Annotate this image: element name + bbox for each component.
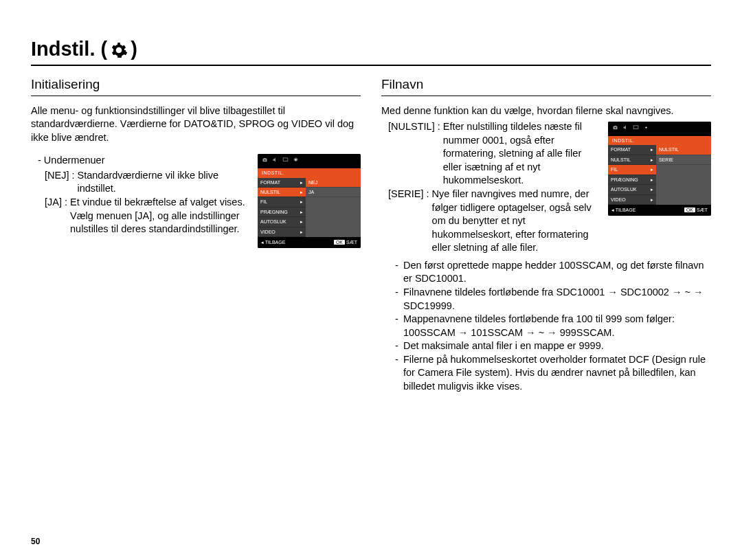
lcd-right-opts: NULSTIL SERIE: [656, 145, 711, 205]
lcd-menu-item: FORMAT▸: [608, 145, 656, 155]
gear-tab-icon: [643, 124, 649, 133]
lcd-ok: OKSÆT: [684, 207, 708, 213]
lcd-back: ◂ TILBAGE: [611, 207, 636, 213]
right-column: Filnavn Med denne funktion kan du vælge,…: [381, 76, 711, 393]
lcd-opt: JA: [306, 188, 361, 197]
definition-row: [SERIE] : Nye filer navngives med numre,…: [388, 188, 601, 255]
left-column: Initialisering Alle menu- og funktionsin…: [31, 76, 361, 393]
lcd-left-opts: NEJ JA: [306, 178, 361, 238]
lcd-menu-item: NULSTIL▸: [258, 188, 306, 197]
def-val: Nye filer navngives med numre, der følge…: [432, 188, 601, 255]
list-item: -Mappenavnene tildeles fortløbende fra 1…: [395, 313, 711, 339]
def-key: [SERIE]: [388, 188, 424, 255]
bullet-list: -Den først oprettede mappe hedder 100SSC…: [395, 259, 711, 394]
def-val: Et vindue til bekræftelse af valget vise…: [70, 196, 251, 236]
lcd-screenshot-filnavn: INDSTIL. FORMAT▸ NULSTIL▸ FIL▸ PRÆGNING▸…: [608, 122, 711, 215]
gear-tab-icon: [293, 157, 299, 166]
list-item: -Filnavnene tildeles fortløbende fra SDC…: [395, 286, 711, 313]
title-suffix: ): [131, 38, 137, 60]
list-item: -Den først oprettede mappe hedder 100SSC…: [395, 259, 711, 286]
svg-point-3: [614, 127, 616, 128]
left-heading: Initialisering: [31, 76, 361, 96]
lcd-ok: OKSÆT: [334, 239, 357, 245]
right-intro: Med denne funktion kan du vælge, hvordan…: [381, 104, 711, 118]
lcd-menu-item: PRÆGNING▸: [258, 208, 306, 217]
display-icon: [282, 157, 289, 166]
svg-point-5: [645, 127, 647, 128]
right-heading: Filnavn: [381, 76, 711, 96]
lcd-menu-item: VIDEO▸: [258, 227, 306, 237]
def-val: Efter nulstilling tildeles næste fil num…: [443, 120, 601, 188]
lcd-back: ◂ TILBAGE: [261, 239, 285, 245]
camera-icon: [262, 157, 268, 166]
gear-icon: [110, 38, 128, 60]
lcd-menu-item: AUTOSLUK▸: [608, 185, 656, 194]
lcd-menu-item: VIDEO▸: [608, 195, 656, 205]
camera-icon: [612, 124, 618, 133]
def-val: Standardværdierne vil ikke blive indstil…: [77, 169, 251, 196]
list-item: -Filerne på hukommelseskortet overholder…: [395, 353, 711, 394]
lcd-menu-item: FIL▸: [258, 197, 306, 207]
def-key: [NULSTIL]: [388, 120, 435, 188]
page-number: 50: [31, 537, 40, 546]
lcd-menu-item: FIL▸: [608, 165, 656, 175]
lcd-menu-item: NULSTIL▸: [608, 155, 656, 165]
lcd-header: INDSTIL.: [258, 168, 361, 177]
lcd-header: INDSTIL.: [608, 136, 711, 145]
svg-point-0: [264, 159, 265, 161]
page-title: Indstil. ( ): [31, 38, 711, 66]
lcd-opt: NEJ: [306, 178, 361, 188]
def-key: [JA]: [45, 196, 62, 236]
sound-icon: [622, 124, 629, 133]
svg-rect-1: [283, 158, 288, 161]
lcd-menu-item: AUTOSLUK▸: [258, 217, 306, 227]
definition-row: [NULSTIL] : Efter nulstilling tildeles n…: [388, 120, 601, 188]
left-intro: Alle menu- og funktionsindstillinger vil…: [31, 104, 361, 145]
definition-row: [NEJ] : Standardværdierne vil ikke blive…: [45, 169, 251, 196]
title-prefix: Indstil. (: [31, 38, 107, 60]
sound-icon: [272, 157, 278, 166]
lcd-opt: SERIE: [656, 155, 711, 165]
lcd-opt: NULSTIL: [656, 145, 711, 155]
display-icon: [633, 124, 639, 133]
lcd-menu-item: PRÆGNING▸: [608, 175, 656, 185]
lcd-left-menu: FORMAT▸ NULSTIL▸ FIL▸ PRÆGNING▸ AUTOSLUK…: [258, 178, 306, 238]
lcd-right-menu: FORMAT▸ NULSTIL▸ FIL▸ PRÆGNING▸ AUTOSLUK…: [608, 145, 656, 205]
svg-rect-4: [633, 126, 638, 129]
lcd-menu-item: FORMAT▸: [258, 178, 306, 188]
def-key: [NEJ]: [45, 169, 69, 196]
lcd-screenshot-initialisering: INDSTIL. FORMAT▸ NULSTIL▸ FIL▸ PRÆGNING▸…: [258, 154, 361, 247]
definition-row: [JA] : Et vindue til bekræftelse af valg…: [45, 196, 251, 236]
list-item: -Det maksimale antal filer i en mappe er…: [395, 339, 711, 353]
